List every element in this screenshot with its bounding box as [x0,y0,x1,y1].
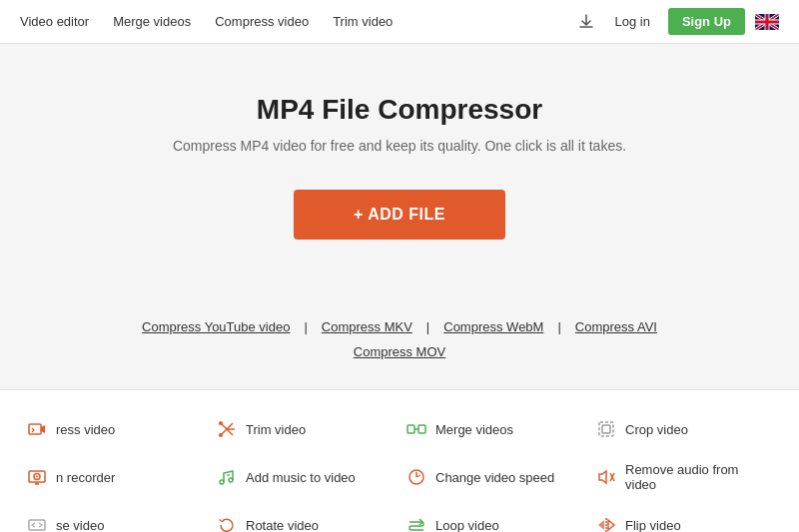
tool-merge-videos[interactable]: Merge videos [400,410,589,448]
nav-compress-video[interactable]: Compress video [215,14,309,29]
svg-point-11 [36,476,38,478]
svg-rect-1 [29,424,41,434]
tool-rotate-video[interactable]: Rotate video [210,506,400,532]
link-compress-mkv[interactable]: Compress MKV [308,319,426,334]
svg-point-2 [219,421,223,425]
tool-add-music[interactable]: Add music to video [210,454,400,500]
tool-label: Merge videos [435,422,513,437]
svg-rect-6 [418,425,425,433]
crop-video-icon [595,418,617,440]
tool-remove-audio[interactable]: Remove audio from video [589,454,779,500]
nav-merge-videos[interactable]: Merge videos [113,14,191,29]
quick-links-section: Compress YouTube video | Compress MKV | … [0,299,799,390]
tool-label: se video [56,518,104,533]
svg-rect-8 [602,425,610,433]
link-compress-avi[interactable]: Compress AVI [561,319,671,334]
tool-label: Add music to video [246,470,356,485]
svg-point-13 [229,478,233,482]
tool-change-speed[interactable]: Change video speed [400,454,589,500]
tool-label: Remove audio from video [625,462,773,492]
link-compress-youtube[interactable]: Compress YouTube video [128,319,304,334]
svg-rect-5 [407,425,414,433]
quick-links-row2: Compress MOV [340,344,459,359]
nav-video-editor[interactable]: Video editor [20,14,89,29]
tool-flip-video[interactable]: Flip video [589,506,779,532]
tool-label: ress video [56,422,115,437]
screen-recorder-icon [26,466,48,488]
add-file-button[interactable]: + ADD FILE [294,190,505,240]
svg-point-12 [220,480,224,484]
tool-label: Crop video [625,422,688,437]
tool-crop-video[interactable]: Crop video [589,410,779,448]
nav-actions: Log in Sign Up [576,8,779,35]
nav-trim-video[interactable]: Trim video [333,14,393,29]
hero-section: MP4 File Compressor Compress MP4 video f… [0,44,799,299]
hero-subtitle: Compress MP4 video for free and keep its… [173,138,626,154]
tool-label: Loop video [435,518,499,533]
add-music-icon [216,466,238,488]
tools-grid: ress video Trim video Merge videos Crop … [20,410,779,532]
trim-video-icon [216,418,238,440]
compress-video-icon [26,418,48,440]
language-flag[interactable] [755,14,779,30]
rotate-video-icon [216,514,238,532]
link-compress-mov[interactable]: Compress MOV [340,344,459,359]
link-compress-webm[interactable]: Compress WebM [429,319,557,334]
tool-loop-video[interactable]: Loop video [400,506,589,532]
tools-section: ress video Trim video Merge videos Crop … [0,390,799,532]
tool-label: Flip video [625,518,681,533]
svg-point-3 [219,433,223,437]
svg-rect-7 [599,422,613,436]
remove-audio-icon [595,466,617,488]
signup-button[interactable]: Sign Up [668,8,745,35]
nav-links: Video editor Merge videos Compress video… [20,14,576,29]
change-speed-icon [405,466,427,488]
navbar: Video editor Merge videos Compress video… [0,0,799,44]
tool-trim-video[interactable]: Trim video [210,410,400,448]
tool-label: Rotate video [246,518,319,533]
tool-label: n recorder [56,470,115,485]
loop-video-icon [405,514,427,532]
login-button[interactable]: Log in [606,10,657,33]
download-icon[interactable] [576,12,596,32]
page-title: MP4 File Compressor [257,94,542,126]
flip-video-icon [595,514,617,532]
tool-label: Trim video [246,422,306,437]
tool-compress-video2[interactable]: se video [20,506,210,532]
tool-screen-recorder[interactable]: n recorder [20,454,210,500]
quick-links-row1: Compress YouTube video | Compress MKV | … [128,319,671,334]
merge-videos-icon [405,418,427,440]
compress-video2-icon [26,514,48,532]
tool-compress-video[interactable]: ress video [20,410,210,448]
tool-label: Change video speed [435,470,554,485]
